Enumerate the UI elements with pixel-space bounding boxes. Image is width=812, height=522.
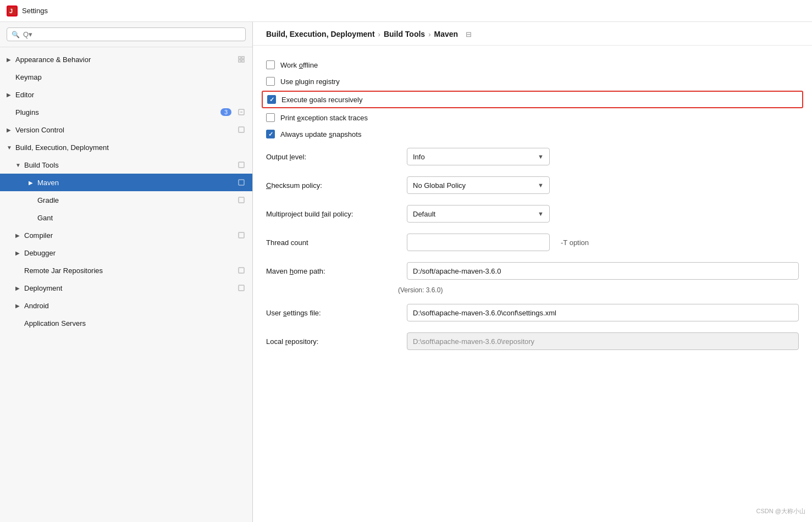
breadcrumb: Build, Execution, Deployment › Build Too… bbox=[253, 22, 812, 46]
sidebar-item-plugins[interactable]: Plugins 3 bbox=[0, 103, 252, 121]
breadcrumb-part-3: Maven bbox=[434, 30, 458, 38]
svg-rect-14 bbox=[239, 285, 244, 291]
maven-version-note: (Version: 3.6.0) bbox=[398, 285, 799, 298]
user-settings-file-label: User settings file: bbox=[266, 309, 398, 317]
sidebar-item-label: Build, Execution, Deployment bbox=[15, 143, 246, 152]
search-icon: 🔍 bbox=[12, 31, 20, 38]
chevron-icon: ▶ bbox=[15, 303, 24, 309]
chevron-placeholder bbox=[7, 109, 15, 115]
sidebar-item-label: Gradle bbox=[37, 196, 235, 204]
sidebar-item-maven[interactable]: ▶ Maven bbox=[0, 174, 252, 191]
print-exception-checkbox[interactable] bbox=[266, 113, 275, 122]
svg-rect-4 bbox=[239, 60, 241, 62]
sidebar-item-gradle[interactable]: Gradle bbox=[0, 191, 252, 209]
chevron-icon: ▶ bbox=[7, 92, 15, 98]
svg-rect-2 bbox=[239, 57, 241, 59]
sidebar-item-label: Remote Jar Repositories bbox=[24, 266, 235, 275]
search-wrapper[interactable]: 🔍 bbox=[7, 27, 246, 41]
window-title: Settings bbox=[22, 7, 48, 15]
sidebar-item-remote-jar[interactable]: Remote Jar Repositories bbox=[0, 262, 252, 279]
settings-form: Work offline Use plugin registry Execute… bbox=[253, 46, 812, 366]
sidebar-item-label: Appearance & Behavior bbox=[15, 55, 235, 64]
always-update-snapshots-checkbox[interactable] bbox=[266, 130, 275, 138]
sidebar-item-compiler[interactable]: ▶ Compiler bbox=[0, 226, 252, 244]
maven-home-path-row: Maven home path: bbox=[266, 257, 799, 285]
plugins-icon bbox=[237, 108, 246, 116]
breadcrumb-part-1: Build, Execution, Deployment bbox=[266, 30, 375, 38]
svg-rect-11 bbox=[239, 197, 244, 203]
sidebar-item-appearance[interactable]: ▶ Appearance & Behavior bbox=[0, 51, 252, 68]
sidebar-item-label: Maven bbox=[37, 179, 235, 187]
execute-goals-row: Execute goals recursively bbox=[262, 91, 803, 108]
vcs-icon bbox=[237, 125, 246, 134]
content-area: Build, Execution, Deployment › Build Too… bbox=[253, 22, 812, 522]
local-repository-label: Local repository: bbox=[266, 337, 398, 346]
output-level-dropdown[interactable]: Info ▼ bbox=[407, 148, 550, 165]
sidebar-item-app-servers[interactable]: Application Servers bbox=[0, 314, 252, 332]
sidebar-item-label: Debugger bbox=[24, 249, 246, 257]
svg-rect-10 bbox=[239, 180, 244, 185]
local-repository-row: Local repository: bbox=[266, 327, 799, 356]
sidebar-item-label: Gant bbox=[37, 214, 246, 222]
title-bar: J Settings bbox=[0, 0, 812, 22]
chevron-placeholder bbox=[15, 320, 24, 326]
search-bar: 🔍 bbox=[0, 22, 252, 47]
plugins-badge: 3 bbox=[220, 108, 231, 116]
maven-icon bbox=[237, 178, 246, 187]
chevron-icon: ▶ bbox=[29, 180, 37, 186]
sidebar-item-build-exec-deploy[interactable]: ▼ Build, Execution, Deployment bbox=[0, 138, 252, 156]
svg-rect-8 bbox=[239, 127, 244, 132]
checksum-policy-label: Checksum policy: bbox=[266, 181, 398, 190]
settings-icon bbox=[237, 55, 246, 64]
work-offline-checkbox[interactable] bbox=[266, 60, 275, 69]
dropdown-arrow-icon: ▼ bbox=[538, 153, 544, 160]
sidebar-item-editor[interactable]: ▶ Editor bbox=[0, 86, 252, 103]
sidebar-item-version-control[interactable]: ▶ Version Control bbox=[0, 121, 252, 138]
always-update-snapshots-label: Always update snapshots bbox=[280, 130, 361, 138]
work-offline-label: Work offline bbox=[280, 61, 318, 69]
chevron-placeholder bbox=[29, 215, 37, 221]
sidebar-item-label: Deployment bbox=[24, 284, 235, 292]
output-level-value: Info bbox=[413, 153, 425, 161]
sidebar-item-android[interactable]: ▶ Android bbox=[0, 297, 252, 314]
execute-goals-label: Execute goals recursively bbox=[281, 96, 362, 104]
thread-count-input[interactable] bbox=[407, 234, 550, 251]
svg-text:J: J bbox=[9, 8, 13, 14]
chevron-icon: ▶ bbox=[7, 57, 15, 63]
use-plugin-registry-row: Use plugin registry bbox=[266, 73, 799, 90]
dropdown-arrow-icon: ▼ bbox=[538, 182, 544, 188]
checksum-policy-dropdown[interactable]: No Global Policy ▼ bbox=[407, 176, 550, 194]
breadcrumb-menu-icon[interactable]: ⊟ bbox=[466, 30, 472, 38]
watermark: CSDN @大称小山 bbox=[756, 507, 805, 515]
build-tools-icon bbox=[237, 160, 246, 169]
search-input[interactable] bbox=[23, 30, 241, 38]
maven-home-path-label: Maven home path: bbox=[266, 267, 398, 275]
sidebar: 🔍 ▶ Appearance & Behavior Keymap ▶ bbox=[0, 22, 253, 522]
sidebar-item-label: Android bbox=[24, 302, 246, 310]
svg-rect-9 bbox=[239, 162, 244, 168]
sidebar-item-label: Keymap bbox=[15, 73, 246, 81]
sidebar-item-keymap[interactable]: Keymap bbox=[0, 68, 252, 86]
sidebar-item-build-tools[interactable]: ▼ Build Tools bbox=[0, 156, 252, 174]
chevron-placeholder bbox=[15, 268, 24, 274]
checksum-policy-row: Checksum policy: No Global Policy ▼ bbox=[266, 171, 799, 199]
sidebar-item-debugger[interactable]: ▶ Debugger bbox=[0, 244, 252, 262]
execute-goals-checkbox[interactable] bbox=[267, 95, 276, 104]
sidebar-item-label: Application Servers bbox=[24, 319, 246, 327]
print-exception-row: Print exception stack traces bbox=[266, 109, 799, 126]
checksum-policy-value: No Global Policy bbox=[413, 181, 466, 190]
user-settings-file-row: User settings file: bbox=[266, 298, 799, 327]
chevron-icon: ▶ bbox=[15, 250, 24, 256]
multiproject-fail-policy-value: Default bbox=[413, 210, 435, 218]
chevron-icon: ▶ bbox=[7, 127, 15, 133]
svg-rect-13 bbox=[239, 268, 244, 273]
sidebar-item-label: Plugins bbox=[15, 108, 220, 116]
multiproject-fail-policy-dropdown[interactable]: Default ▼ bbox=[407, 205, 550, 223]
use-plugin-registry-checkbox[interactable] bbox=[266, 77, 275, 86]
maven-home-path-input[interactable] bbox=[407, 262, 799, 280]
print-exception-label: Print exception stack traces bbox=[280, 114, 368, 122]
sidebar-item-deployment[interactable]: ▶ Deployment bbox=[0, 279, 252, 297]
svg-rect-3 bbox=[242, 57, 244, 59]
sidebar-item-gant[interactable]: Gant bbox=[0, 209, 252, 226]
user-settings-file-input[interactable] bbox=[407, 304, 799, 321]
